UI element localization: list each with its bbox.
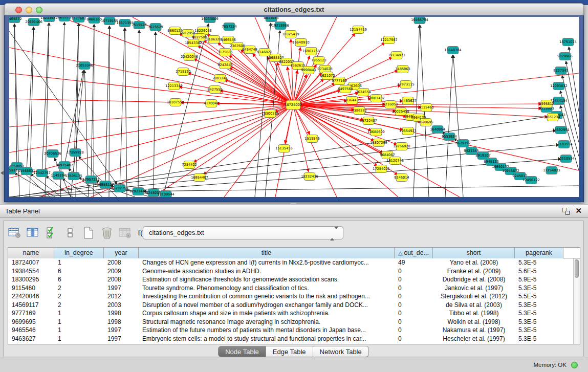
table-row[interactable]: 1830029562008Estimation of significance … — [8, 275, 580, 284]
graph-node[interactable]: 8813054 — [264, 17, 278, 22]
tab-edge-table[interactable]: Edge Table — [266, 346, 313, 357]
graph-node[interactable]: 8427552 — [207, 86, 222, 94]
graph-node[interactable]: 9115460 — [419, 104, 433, 112]
graph-node[interactable]: 17973115 — [397, 81, 415, 89]
graph-node[interactable]: 7857224 — [222, 23, 236, 31]
graph-node[interactable]: 19218986 — [272, 22, 289, 30]
graph-node[interactable]: 9245014 — [394, 174, 409, 182]
float-panel-icon[interactable] — [562, 208, 570, 215]
create-table-icon[interactable] — [81, 226, 95, 240]
table-row[interactable]: 977716911998Corpus callosum shape and si… — [8, 309, 580, 318]
graph-node[interactable]: 20691406 — [25, 18, 42, 26]
graph-node[interactable]: 19654923 — [399, 127, 417, 135]
graph-node[interactable]: 17254023 — [543, 167, 560, 174]
graph-node[interactable]: 9699695 — [418, 119, 433, 126]
graph-node[interactable]: 3624554 — [356, 89, 371, 96]
table-row[interactable]: 1456911722003Disruption of a novel membe… — [8, 301, 580, 310]
column-header-name[interactable]: name — [8, 248, 54, 258]
memory-status-icon[interactable] — [571, 362, 578, 368]
table-row[interactable]: 946554611997Estimation of the future num… — [8, 326, 580, 335]
network-canvas[interactable]: 2405572206914061523365710655237152760284… — [9, 17, 579, 197]
graph-node[interactable]: 9329966 — [557, 53, 572, 60]
graph-node[interactable]: 14463627 — [399, 97, 417, 105]
graph-node[interactable]: 6497568 — [338, 85, 353, 93]
graph-node[interactable]: 19756928 — [393, 143, 410, 150]
graph-node[interactable]: 12103554 — [555, 141, 573, 148]
table-row[interactable]: 1872400712008Changes of HCN gene express… — [8, 258, 580, 267]
table-row[interactable]: 946362711997Embryonic stem cells: a mode… — [8, 335, 580, 343]
graph-node[interactable]: 9242848 — [217, 61, 232, 69]
graph-node[interactable]: 4170043 — [204, 100, 219, 107]
graph-node[interactable]: 16648784 — [444, 47, 462, 54]
graph-node[interactable]: 1595812 — [539, 100, 554, 108]
network-graph-svg[interactable]: 2405572206914061523365710655237152760284… — [9, 17, 579, 197]
column-header-short[interactable]: short — [433, 248, 515, 258]
vertical-scrollbar[interactable] — [573, 258, 580, 344]
graph-node[interactable]: 7485063 — [395, 65, 410, 73]
graph-node[interactable]: 10310554 — [557, 155, 575, 163]
column-header-out-de-[interactable]: △out_de... — [395, 248, 433, 258]
graph-node[interactable]: 12923448 — [129, 188, 147, 195]
column-header-pagerank[interactable]: pagerank — [515, 248, 563, 258]
graph-node[interactable]: 18107554 — [167, 99, 184, 106]
graph-node[interactable]: 3175685 — [217, 49, 232, 56]
graph-node[interactable]: 7955123 — [311, 57, 326, 64]
node-table[interactable]: namein_degreeyeartitle△out_de...shortpag… — [8, 247, 580, 344]
tab-node-table[interactable]: Node Table — [218, 346, 266, 357]
row-height-icon[interactable] — [63, 226, 77, 240]
graph-node[interactable]: 9777169 — [332, 77, 346, 85]
graph-node[interactable]: 17359928 — [67, 149, 84, 157]
graph-node[interactable]: 9553924 — [442, 133, 456, 141]
graph-node[interactable]: 8466160 — [86, 17, 101, 24]
graph-node[interactable]: 12217987 — [380, 36, 398, 44]
column-header-in-degree[interactable]: in_degree — [54, 248, 104, 258]
column-functions-icon[interactable] — [8, 226, 21, 240]
graph-node[interactable]: 9227343 — [553, 67, 568, 75]
table-row[interactable]: 2242004622012Investigating the contribut… — [8, 292, 580, 301]
graph-node[interactable]: 15135455 — [275, 145, 293, 152]
tab-network-table[interactable]: Network Table — [313, 346, 369, 357]
table-row[interactable]: 969969511998Structural magnetic resonanc… — [8, 318, 580, 326]
scrollbar-thumb[interactable] — [575, 259, 579, 278]
graph-node[interactable]: 15751074 — [559, 38, 577, 46]
graph-node[interactable]: 1145194 — [51, 172, 66, 180]
column-header-title[interactable]: title — [139, 248, 395, 258]
graph-node[interactable]: 13505135 — [65, 172, 82, 180]
table-row[interactable]: 1938455462009Genome-wide association stu… — [8, 267, 580, 276]
graph-node[interactable]: 16465794 — [411, 17, 428, 24]
graph-node[interactable]: 8186328 — [206, 36, 221, 43]
table-source-select[interactable]: citations_edges.txt — [143, 226, 343, 239]
graph-node[interactable]: 1640954 — [430, 126, 445, 134]
graph-node[interactable]: 9990443 — [301, 67, 316, 74]
graph-node[interactable]: 1527602 — [71, 17, 86, 23]
graph-node[interactable]: 10807487 — [367, 95, 385, 102]
selection-mode-icon[interactable] — [45, 226, 58, 240]
graph-node[interactable]: 16671355 — [116, 19, 134, 27]
graph-node[interactable]: 6679197 — [455, 140, 470, 147]
graph-node[interactable]: 16033809 — [201, 17, 219, 23]
graph-node[interactable]: 1651234 — [545, 114, 560, 121]
graph-node[interactable]: 7515526 — [132, 21, 146, 29]
graph-node[interactable]: 10719155 — [101, 17, 118, 25]
panel-collapse-arrow-icon[interactable] — [1, 171, 4, 175]
graph-node[interactable]: 21053346 — [76, 62, 93, 70]
graph-node[interactable]: 8454749 — [242, 46, 257, 54]
graph-node[interactable]: 1513546 — [304, 135, 319, 143]
graph-node[interactable]: 20206536 — [44, 150, 61, 158]
close-panel-icon[interactable]: ✕ — [575, 206, 582, 215]
graph-node[interactable]: 16961758 — [302, 48, 320, 55]
graph-node[interactable]: 15692951 — [552, 126, 570, 134]
graph-node[interactable]: 18232436 — [301, 173, 318, 181]
graph-node[interactable]: 18724007 — [285, 100, 302, 110]
delete-rows-icon[interactable] — [100, 226, 114, 240]
graph-node[interactable]: 2405572 — [9, 17, 22, 23]
graph-node[interactable]: 2803144 — [212, 75, 227, 82]
graph-node[interactable]: 12213349 — [165, 82, 183, 90]
window-titlebar[interactable]: citations_edges.txt — [4, 3, 584, 15]
graph-node[interactable]: 10688609 — [367, 128, 385, 136]
graph-node[interactable]: 2718120 — [176, 68, 190, 76]
graph-node[interactable]: 12093832 — [550, 82, 568, 90]
table-row[interactable]: 911546021997Tourette syndrome. Phenomeno… — [8, 284, 580, 293]
graph-node[interactable]: 7386372 — [352, 107, 366, 115]
graph-node[interactable]: 7615529 — [148, 24, 163, 31]
